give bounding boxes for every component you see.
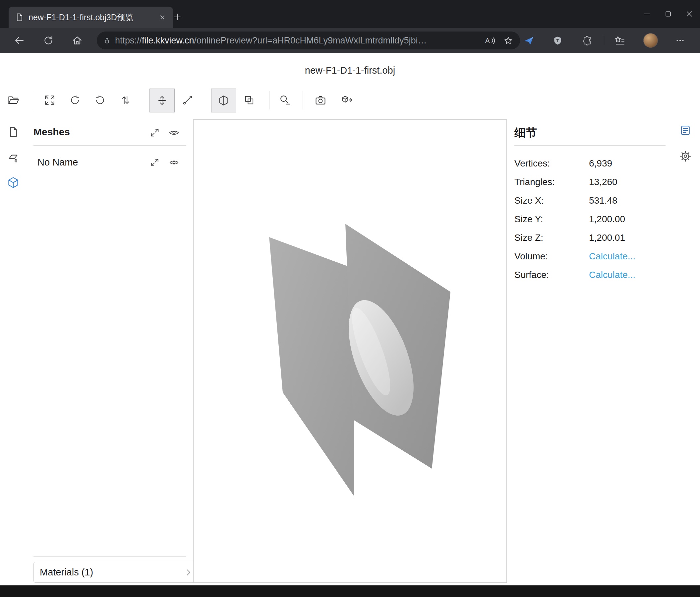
material-panel-icon[interactable] [5,149,21,165]
zoom-extents-all-icon[interactable] [148,125,162,140]
back-button[interactable] [11,32,27,49]
detail-row-size-y: Size Y: 1,200.00 [515,210,666,229]
document-panel-icon[interactable] [5,124,21,140]
mesh-panel-cube-icon[interactable] [5,174,21,190]
kkview-3d-preview-page: new-F1-D1-1-first.obj [0,53,700,586]
perspective-view-button[interactable] [211,89,236,113]
tab-close-icon[interactable] [156,11,168,23]
detail-row-size-x: Size X: 531.48 [515,191,666,210]
detail-row-triangles: Triangles: 13,260 [515,173,666,191]
browser-menu-icon[interactable] [672,32,688,48]
title-bar: new-F1-D1-1-first.obj3D预览 [0,0,700,28]
bottom-bar [0,586,700,597]
surface-calculate-link[interactable]: Calculate... [589,270,635,280]
rotate-z-button[interactable] [91,91,109,110]
materials-button-label: Materials (1) [40,567,181,578]
address-bar[interactable]: https://file.kkview.cn/onlinePreview?url… [97,31,520,49]
detail-row-vertices: Vertices: 6,939 [515,154,666,173]
details-list-icon[interactable] [678,123,693,138]
toolbar-separator [303,91,303,110]
screenshot-button[interactable] [311,91,330,110]
details-rows: Vertices: 6,939 Triangles: 13,260 Size X… [515,154,666,284]
fit-view-button[interactable] [41,91,59,110]
details-panel-divider [515,145,666,146]
materials-button[interactable]: Materials (1) [33,562,199,583]
volume-calculate-link[interactable]: Calculate... [589,251,635,262]
favorite-star-icon[interactable] [501,33,516,48]
chevron-right-icon [184,568,193,577]
home-button[interactable] [69,32,85,49]
line-tool-button[interactable] [178,91,197,110]
favorites-icon[interactable] [611,32,627,48]
extensions-puzzle-icon[interactable] [579,32,595,48]
page-title: new-F1-D1-1-first.obj [0,65,700,76]
new-tab-button[interactable] [170,9,185,25]
detail-row-volume: Volume: Calculate... [515,247,666,266]
tab-title: new-F1-D1-1-first.obj3D预览 [28,12,152,23]
zoom-extents-icon[interactable] [148,155,162,170]
toolbar-separator [269,91,270,110]
visibility-all-eye-icon[interactable] [167,125,181,140]
flip-vertical-button[interactable] [116,91,135,110]
move-tool-button[interactable] [149,89,175,113]
svg-text:A: A [485,37,490,44]
read-aloud-icon[interactable]: A [482,33,497,48]
browser-window: new-F1-D1-1-first.obj3D预览 [0,0,700,597]
refresh-button[interactable] [40,32,57,49]
mesh-item-name: No Name [38,157,78,168]
meshes-panel-divider [33,145,186,146]
detail-row-surface: Surface: Calculate... [515,266,666,284]
minimize-button[interactable] [636,0,657,28]
extension-send-icon[interactable] [521,32,536,48]
lock-icon [103,37,111,45]
details-panel-title: 细节 [515,125,537,141]
maximize-button[interactable] [657,0,679,28]
navigation-bar: https://file.kkview.cn/onlinePreview?url… [0,28,700,53]
close-window-button[interactable] [679,0,700,28]
left-plane [269,237,354,497]
profile-avatar[interactable] [643,33,658,48]
extension-shield-icon[interactable]: T [550,32,566,48]
browser-tab[interactable]: new-F1-D1-1-first.obj3D预览 [9,7,173,28]
settings-gear-icon[interactable] [678,149,693,164]
orthographic-view-button[interactable] [240,91,258,110]
detail-row-size-z: Size Z: 1,200.01 [515,229,666,247]
export-button[interactable] [338,91,356,110]
toolbar-separator [32,91,32,110]
url-host: file.kkview.cn [142,35,194,45]
toolbar-divider [604,36,604,45]
model-render [194,120,506,582]
open-file-button[interactable] [4,91,23,110]
viewport-3d[interactable] [193,119,507,583]
meshes-panel-title: Meshes [33,126,70,138]
rotate-y-button[interactable] [66,91,84,110]
svg-text:T: T [556,38,559,43]
tab-favicon-document-icon [15,13,24,22]
url-text: https://file.kkview.cn/onlinePreview?url… [115,35,478,46]
meshes-panel-bottom-divider [33,556,186,556]
measure-button[interactable] [275,91,294,110]
window-controls [636,0,700,28]
visibility-eye-icon[interactable] [167,155,181,170]
